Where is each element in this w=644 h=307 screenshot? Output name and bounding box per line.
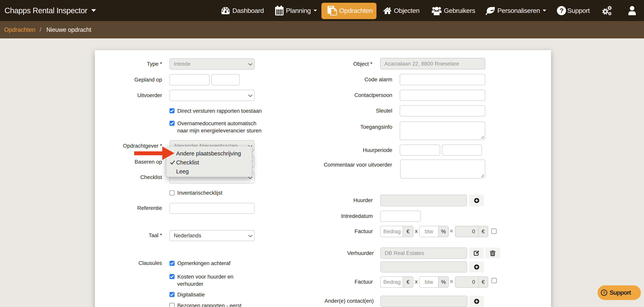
svg-text:?: ? xyxy=(603,291,605,295)
svg-text:?: ? xyxy=(560,7,563,14)
